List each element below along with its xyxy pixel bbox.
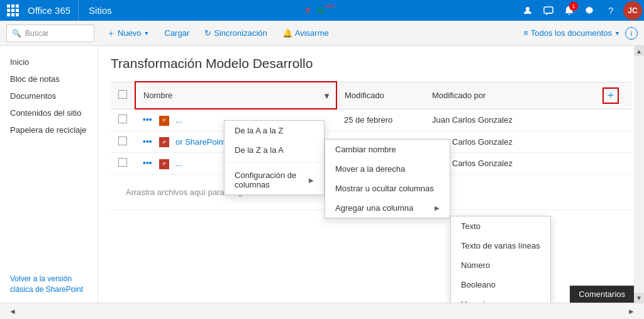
upload-button[interactable]: Cargar bbox=[158, 26, 196, 40]
notification-badge: 1 bbox=[569, 2, 578, 11]
dropdown-divider bbox=[225, 162, 324, 163]
modified-column-header[interactable]: Modificado bbox=[336, 82, 425, 109]
search-box[interactable]: 🔍 Buscar bbox=[6, 25, 94, 42]
chat-icon-button[interactable] bbox=[538, 0, 559, 21]
classic-link-container: Volver a la versión clásica de SharePoin… bbox=[0, 269, 98, 300]
list-icon: ≡ bbox=[523, 28, 528, 38]
sidebar-item-inicio[interactable]: Inicio bbox=[0, 53, 97, 70]
row-name[interactable]: ... bbox=[175, 159, 182, 168]
question-mark: ? bbox=[608, 5, 613, 16]
sidebar: Inicio Bloc de notas Documentos Contenid… bbox=[0, 46, 98, 303]
new-label: Nuevo bbox=[118, 28, 142, 38]
app-title: Office 365 bbox=[25, 0, 79, 21]
scroll-left-button[interactable]: ◄ bbox=[6, 305, 19, 318]
rename-item[interactable]: Cambiar nombre bbox=[325, 140, 450, 159]
multiline-text-type-item[interactable]: Texto de varias líneas bbox=[451, 236, 550, 255]
select-all-checkbox[interactable] bbox=[118, 90, 127, 99]
user-avatar[interactable]: JC bbox=[623, 1, 642, 20]
col-settings-label: Configuración de columnas bbox=[235, 171, 309, 189]
gear-icon-button[interactable] bbox=[580, 0, 601, 21]
more-dots-icon[interactable]: ••• bbox=[143, 137, 152, 147]
checkbox-header bbox=[111, 82, 135, 109]
row-checkbox[interactable] bbox=[118, 137, 127, 145]
search-placeholder: Buscar bbox=[25, 29, 48, 38]
bell-icon-button[interactable]: 1 bbox=[559, 0, 580, 21]
sync-button[interactable]: ↻ Sincronización bbox=[198, 26, 274, 40]
waffle-button[interactable] bbox=[0, 0, 25, 21]
main-layout: Inicio Bloc de notas Documentos Contenid… bbox=[0, 46, 644, 303]
waffle-icon bbox=[7, 4, 19, 16]
pptx-icon: P bbox=[159, 159, 169, 169]
sync-icon: ↻ bbox=[204, 28, 211, 38]
avatar-initials: JC bbox=[628, 6, 637, 15]
bottom-bar: ◄ ► bbox=[0, 303, 644, 319]
row-modified-by: Juan Carlos Gonzalez bbox=[425, 109, 538, 131]
row-extra bbox=[538, 109, 631, 131]
chevron-down-icon: ▼ bbox=[614, 30, 620, 36]
table-row: ••• P ... 25 de febrero Juan Carlos Gonz… bbox=[111, 109, 631, 131]
move-right-item[interactable]: Mover a la derecha bbox=[325, 159, 450, 179]
plus-icon: ＋ bbox=[107, 28, 115, 39]
sort-za-item[interactable]: De la Z a la A bbox=[225, 140, 324, 160]
name-column-label: Nombre bbox=[143, 91, 172, 100]
sidebar-item-blocnotas[interactable]: Bloc de notas bbox=[0, 70, 97, 87]
scroll-right-button[interactable]: ► bbox=[625, 305, 638, 318]
row-name[interactable]: ... bbox=[175, 115, 182, 125]
modified-column-label: Modificado bbox=[345, 91, 384, 100]
vertical-scrollbar: ▲ ▼ bbox=[634, 46, 644, 303]
content-area: Transformación Modelo Desarrollo Nombre … bbox=[98, 46, 644, 303]
modified-by-column-label: Modificado por bbox=[432, 91, 486, 100]
toolbar-right: ≡ Todos los documentos ▼ i bbox=[523, 27, 638, 40]
user-type-item[interactable]: Usuario bbox=[451, 294, 550, 303]
sync-label: Sincronización bbox=[214, 28, 267, 38]
more-dots-icon[interactable]: ••• bbox=[143, 158, 152, 168]
more-dots-icon[interactable]: ••• bbox=[143, 115, 152, 125]
top-bar-icons: 1 ? JC bbox=[518, 0, 644, 21]
row-modified: 25 de febrero bbox=[336, 109, 425, 131]
sidebar-item-contenidos[interactable]: Contenidos del sitio bbox=[0, 104, 97, 121]
text-type-item[interactable]: Texto bbox=[451, 216, 550, 236]
view-selector[interactable]: ≡ Todos los documentos ▼ bbox=[523, 28, 620, 38]
svg-point-0 bbox=[526, 7, 530, 11]
info-icon-button[interactable]: i bbox=[625, 27, 638, 40]
add-column-item[interactable]: Agregar una columna ▶ bbox=[325, 198, 450, 218]
col-settings-item[interactable]: Configuración de columnas ▶ bbox=[225, 165, 324, 194]
product-logo: Y a m mer bbox=[307, 4, 332, 18]
modified-by-column-header[interactable]: Modificado por bbox=[425, 82, 538, 109]
plus-icon: ＋ bbox=[606, 89, 616, 102]
boolean-type-item[interactable]: Booleano bbox=[451, 275, 550, 294]
row-checkbox[interactable] bbox=[118, 158, 127, 167]
logo-letter-m: m bbox=[317, 6, 325, 15]
row-checkbox[interactable] bbox=[118, 115, 127, 123]
logo-letter-y: Y bbox=[305, 6, 311, 15]
number-type-item[interactable]: Número bbox=[451, 255, 550, 275]
row-checkbox-cell bbox=[111, 153, 135, 175]
add-column-button[interactable]: ＋ bbox=[602, 87, 619, 104]
logo-letter-a: a bbox=[311, 6, 316, 15]
toolbar: 🔍 Buscar ＋ Nuevo ▼ Cargar ↻ Sincronizaci… bbox=[0, 21, 644, 46]
question-icon-button[interactable]: ? bbox=[601, 0, 621, 21]
name-column-header[interactable]: Nombre ▼ bbox=[135, 82, 336, 109]
add-column-submenu: Texto Texto de varias líneas Número Bool… bbox=[450, 216, 551, 303]
show-hide-cols-item[interactable]: Mostrar u ocultar columnas bbox=[325, 179, 450, 198]
site-title: Sitios bbox=[79, 5, 122, 16]
chevron-down-icon: ▼ bbox=[144, 30, 150, 36]
new-button[interactable]: ＋ Nuevo ▼ bbox=[101, 25, 156, 42]
logo-letter-r: mer bbox=[325, 4, 335, 9]
scroll-track[interactable] bbox=[634, 56, 644, 293]
sidebar-item-documentos[interactable]: Documentos bbox=[0, 87, 97, 104]
people-icon-button[interactable] bbox=[518, 0, 538, 21]
classic-version-link[interactable]: Volver a la versión clásica de SharePoin… bbox=[10, 274, 83, 294]
svg-rect-1 bbox=[544, 7, 553, 13]
scroll-up-button[interactable]: ▲ bbox=[634, 46, 644, 56]
name-dropdown-arrow: ▼ bbox=[323, 91, 331, 100]
page-title: Transformación Modelo Desarrollo bbox=[111, 56, 631, 71]
row-extra bbox=[538, 131, 631, 153]
comments-button[interactable]: Comentarios bbox=[570, 286, 634, 303]
sidebar-item-papelera[interactable]: Papelera de reciclaje bbox=[0, 121, 97, 138]
sort-az-item[interactable]: De la A a la Z bbox=[225, 121, 324, 140]
scroll-down-button[interactable]: ▼ bbox=[634, 293, 644, 303]
top-bar: Office 365 Sitios Y a m mer 1 ? JC bbox=[0, 0, 644, 21]
column-header-dropdown: De la A a la Z De la Z a la A Configurac… bbox=[224, 120, 325, 195]
notify-button[interactable]: 🔔 Avisarme bbox=[276, 26, 335, 40]
